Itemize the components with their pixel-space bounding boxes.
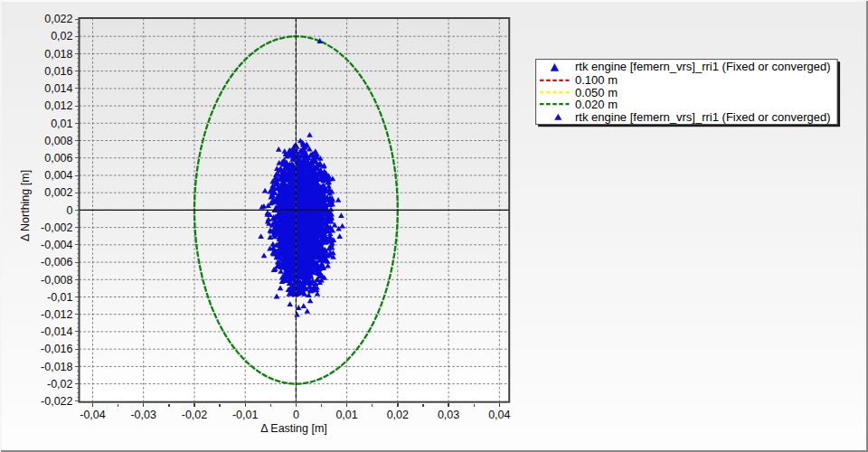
svg-text:Δ Easting [m]: Δ Easting [m] (260, 422, 327, 435)
svg-text:0,02: 0,02 (387, 409, 409, 421)
svg-text:0,004: 0,004 (44, 169, 72, 182)
svg-text:Δ Northing [m]: Δ Northing [m] (19, 170, 32, 241)
svg-text:-0,04: -0,04 (80, 409, 106, 421)
svg-text:-0,018: -0,018 (41, 361, 72, 373)
svg-text:-0,004: -0,004 (41, 239, 72, 251)
svg-text:-0,016: -0,016 (41, 343, 72, 355)
svg-text:0,008: 0,008 (44, 135, 72, 147)
svg-text:0,01: 0,01 (335, 409, 357, 421)
svg-text:-0,01: -0,01 (47, 291, 73, 304)
svg-text:rtk engine [femern_vrs]_rri1 (: rtk engine [femern_vrs]_rri1 (Fixed or c… (575, 110, 831, 124)
svg-text:0,03: 0,03 (438, 409, 459, 421)
svg-text:-0,008: -0,008 (41, 274, 72, 287)
svg-text:0,014: 0,014 (44, 82, 72, 95)
svg-text:-0,012: -0,012 (41, 308, 72, 321)
svg-text:0,016: 0,016 (44, 65, 72, 78)
svg-text:-0,014: -0,014 (41, 325, 72, 338)
svg-text:-0,002: -0,002 (41, 221, 72, 234)
svg-text:0.020 m: 0.020 m (575, 98, 618, 111)
svg-text:-0,03: -0,03 (130, 409, 156, 421)
svg-text:0: 0 (67, 204, 73, 217)
svg-text:rtk engine [femern_vrs]_rri1 (: rtk engine [femern_vrs]_rri1 (Fixed or c… (575, 60, 831, 73)
svg-text:-0,01: -0,01 (232, 409, 259, 421)
svg-text:0,002: 0,002 (44, 186, 72, 199)
svg-text:-0,02: -0,02 (47, 378, 73, 391)
svg-text:0,01: 0,01 (51, 118, 72, 130)
svg-text:0,02: 0,02 (51, 30, 72, 42)
svg-text:-0,02: -0,02 (182, 409, 208, 421)
svg-text:0,022: 0,022 (44, 13, 72, 25)
svg-text:0,018: 0,018 (44, 48, 72, 61)
svg-text:-0,022: -0,022 (41, 395, 72, 408)
svg-text:0,006: 0,006 (44, 152, 72, 165)
svg-text:0,012: 0,012 (44, 99, 72, 112)
svg-text:0,04: 0,04 (488, 409, 510, 421)
svg-text:-0,006: -0,006 (41, 256, 72, 268)
svg-text:0: 0 (293, 409, 299, 421)
